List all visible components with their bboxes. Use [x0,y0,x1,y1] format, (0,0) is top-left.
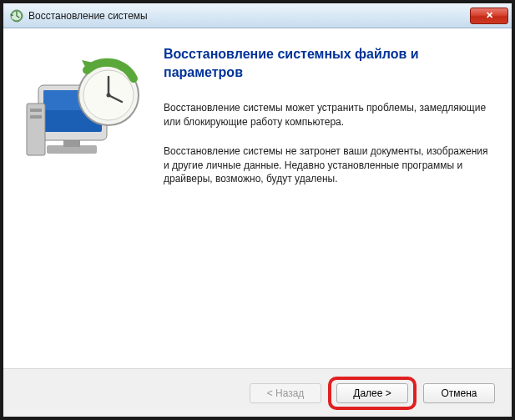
close-icon: ✕ [486,11,493,20]
svg-point-13 [107,94,111,98]
back-button: < Назад [250,383,321,403]
description-para-1: Восстановление системы может устранить п… [164,101,488,129]
description-para-2: Восстановление системы не затронет ваши … [164,144,488,186]
window-title: Восстановление системы [28,10,470,22]
next-button[interactable]: Далее > [336,383,408,403]
svg-rect-7 [30,109,42,112]
restore-illustration [23,45,149,201]
content-area: Восстановление системных файлов и параме… [3,28,512,368]
highlight-annotation: Далее > [328,377,417,410]
titlebar[interactable]: Восстановление системы ✕ [3,3,512,28]
window-frame: Восстановление системы ✕ [0,0,515,420]
cancel-button[interactable]: Отмена [423,383,495,403]
page-heading: Восстановление системных файлов и параме… [164,45,488,81]
wizard-footer: < Назад Далее > Отмена [3,368,512,417]
svg-rect-8 [30,115,42,119]
system-restore-icon [10,9,23,23]
close-button[interactable]: ✕ [470,8,508,24]
